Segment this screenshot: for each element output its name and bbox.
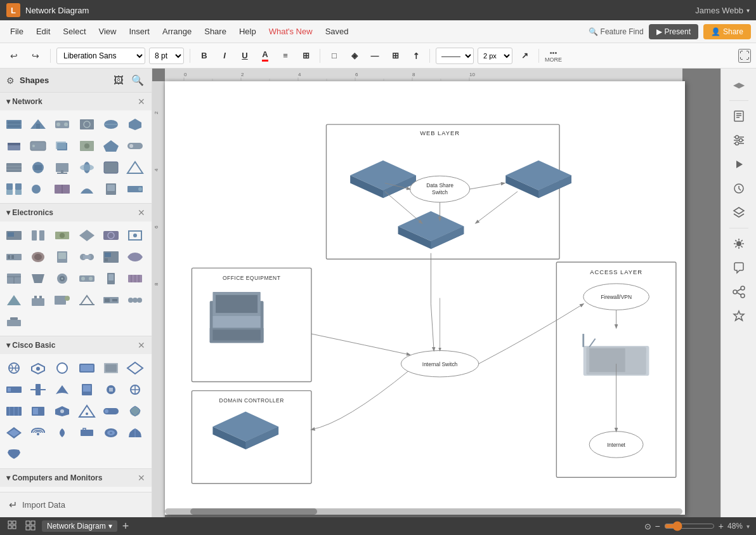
shape-item[interactable]	[101, 157, 121, 178]
shape-item[interactable]	[4, 290, 24, 310]
border-button[interactable]: □	[326, 48, 342, 64]
shape-item[interactable]	[101, 247, 121, 267]
shape-item[interactable]	[101, 114, 121, 135]
shape-item[interactable]	[52, 114, 72, 135]
line-color-button[interactable]: —	[367, 48, 383, 64]
more-button[interactable]: ••• MORE	[545, 49, 562, 63]
shape-item[interactable]	[28, 401, 48, 421]
align-center-button[interactable]: ≡	[277, 48, 294, 64]
section-electronics-header[interactable]: ▾ Electronics ✕	[0, 204, 152, 221]
present-button[interactable]: ▶ Present	[649, 24, 698, 39]
shape-item[interactable]	[28, 136, 48, 156]
close-electronics-button[interactable]: ✕	[138, 208, 145, 218]
close-computers-button[interactable]: ✕	[138, 473, 145, 483]
shape-item[interactable]	[101, 268, 121, 289]
format-panel-button[interactable]	[727, 129, 750, 152]
shape-item[interactable]	[4, 401, 24, 421]
shape-item[interactable]	[28, 157, 48, 178]
shape-item[interactable]	[4, 179, 24, 199]
shape-item[interactable]	[125, 247, 145, 267]
menu-select[interactable]: Select	[58, 24, 91, 39]
close-network-button[interactable]: ✕	[138, 96, 145, 107]
connection-button[interactable]: ↗	[404, 44, 427, 67]
shape-item[interactable]	[4, 136, 24, 156]
shape-item[interactable]	[52, 401, 72, 421]
shape-item[interactable]	[125, 423, 145, 443]
shape-item[interactable]	[52, 358, 72, 378]
shape-item[interactable]	[28, 247, 48, 267]
shape-item[interactable]	[77, 247, 97, 267]
shape-item[interactable]	[77, 268, 97, 289]
page-props-button[interactable]	[727, 105, 750, 128]
line-style-select[interactable]: ———— - - - - ·······	[436, 48, 474, 64]
section-cisco-basic-header[interactable]: ▾ Cisco Basic ✕	[0, 336, 152, 354]
shape-item[interactable]	[77, 136, 97, 156]
shape-item[interactable]	[28, 290, 48, 310]
feature-find-button[interactable]: 🔍 Feature Find	[589, 27, 644, 36]
domain-controller-shape[interactable]	[212, 412, 278, 449]
font-family-select[interactable]: Liberation Sans Arial Helvetica	[56, 48, 145, 64]
collapse-panel-button[interactable]: ◀▶	[727, 74, 750, 96]
shape-item[interactable]	[101, 380, 121, 400]
bold-button[interactable]: B	[196, 48, 212, 64]
shape-item[interactable]	[52, 179, 72, 199]
switch-top-left[interactable]	[350, 161, 416, 198]
menu-edit[interactable]: Edit	[31, 24, 55, 39]
shapes-image-button[interactable]: 🖼	[112, 74, 125, 88]
shape-item[interactable]	[77, 423, 97, 443]
shape-item[interactable]	[125, 114, 145, 135]
format-button[interactable]: ⊞	[387, 48, 403, 64]
shape-item[interactable]	[52, 423, 72, 443]
extras-panel-button[interactable]	[727, 305, 750, 327]
align-vert-button[interactable]: ⊞	[297, 48, 314, 64]
switch-bottom-center[interactable]	[398, 211, 464, 249]
shape-item[interactable]	[77, 358, 97, 378]
shape-item[interactable]	[77, 114, 97, 135]
shape-item[interactable]	[28, 268, 48, 289]
shapes-search-button[interactable]: 🔍	[130, 73, 145, 88]
fill-button[interactable]: ◈	[346, 48, 363, 64]
shape-item[interactable]	[28, 225, 48, 246]
shape-item[interactable]	[77, 179, 97, 199]
shape-item[interactable]	[77, 380, 97, 400]
shape-item[interactable]	[77, 401, 97, 421]
section-network-header[interactable]: ▾ Network ✕	[0, 93, 152, 110]
shape-item[interactable]	[4, 312, 24, 332]
shape-item[interactable]	[52, 157, 72, 178]
switch-top-right[interactable]	[505, 161, 571, 198]
shape-item[interactable]	[4, 114, 24, 135]
shape-item[interactable]	[125, 268, 145, 289]
zoom-level-label[interactable]: 48%	[727, 522, 743, 531]
zoom-plus-icon[interactable]: +	[719, 521, 724, 531]
italic-button[interactable]: I	[216, 48, 233, 64]
section-computers-monitors-header[interactable]: ▾ Computers and Monitors ✕	[0, 469, 152, 487]
shape-item[interactable]	[125, 179, 145, 199]
horizontal-scrollbar[interactable]	[165, 508, 682, 515]
shape-item[interactable]	[101, 179, 121, 199]
shape-item[interactable]	[125, 380, 145, 400]
canvas-paper[interactable]: WEB LAYER Data Share Switch	[165, 81, 685, 515]
shape-item[interactable]	[4, 380, 24, 400]
user-chevron-icon[interactable]: ▾	[746, 7, 750, 14]
menu-share[interactable]: Share	[199, 24, 231, 39]
theme-panel-button[interactable]	[727, 232, 750, 255]
undo-button[interactable]: ↩	[5, 47, 23, 65]
menu-file[interactable]: File	[5, 24, 29, 39]
shape-item[interactable]	[4, 225, 24, 246]
shape-item[interactable]	[52, 290, 72, 310]
shape-item[interactable]	[77, 290, 97, 310]
shape-item[interactable]	[101, 225, 121, 246]
close-cisco-button[interactable]: ✕	[138, 340, 145, 350]
diagram-name-tab[interactable]: Network Diagram ▾	[42, 520, 117, 532]
share-button[interactable]: 👤 Share	[703, 24, 751, 39]
menu-saved[interactable]: Saved	[320, 24, 354, 39]
font-color-button[interactable]: A	[257, 48, 273, 64]
shape-item[interactable]	[101, 358, 121, 378]
layers-panel-button[interactable]	[727, 201, 750, 224]
shape-item[interactable]	[28, 114, 48, 135]
menu-insert[interactable]: Insert	[124, 24, 155, 39]
shape-item[interactable]	[28, 179, 48, 199]
fullscreen-button[interactable]: ⛶	[738, 49, 751, 63]
shape-item[interactable]	[52, 380, 72, 400]
shape-item[interactable]	[101, 401, 121, 421]
